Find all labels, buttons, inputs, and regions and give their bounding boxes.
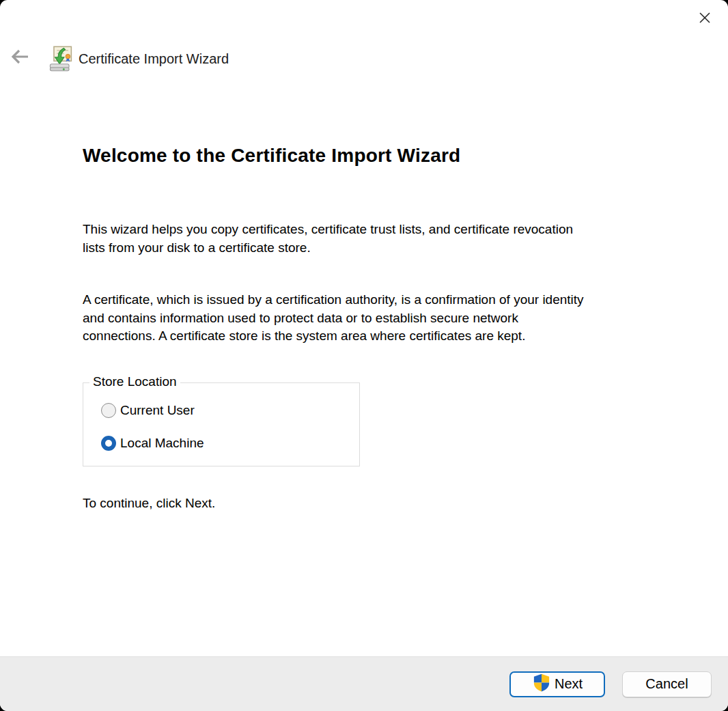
certificate-import-wizard-window: Certificate Import Wizard Welcome to the… (0, 0, 728, 711)
radio-local-machine[interactable]: Local Machine (101, 436, 204, 451)
footer-bar: Next Cancel (0, 656, 728, 711)
radio-label: Local Machine (120, 436, 204, 451)
radio-current-user[interactable]: Current User (101, 403, 195, 418)
radio-label: Current User (120, 403, 195, 418)
wizard-title: Certificate Import Wizard (79, 51, 229, 67)
wizard-header: Certificate Import Wizard (0, 43, 728, 74)
radio-icon (101, 403, 116, 418)
back-arrow-icon (9, 47, 31, 69)
radio-icon (101, 436, 116, 451)
uac-shield-icon (532, 673, 551, 695)
description-paragraph: A certificate, which is issued by a cert… (83, 291, 684, 346)
intro-paragraph: This wizard helps you copy certificates,… (83, 221, 684, 257)
close-icon (695, 8, 714, 30)
store-location-groupbox: Store Location Current User Local Machin… (83, 382, 360, 466)
continue-hint: To continue, click Next. (83, 496, 215, 511)
next-button[interactable]: Next (509, 671, 605, 697)
cancel-button[interactable]: Cancel (622, 671, 712, 697)
next-button-label: Next (555, 676, 583, 692)
page-title: Welcome to the Certificate Import Wizard (83, 145, 460, 167)
close-button[interactable] (690, 5, 720, 33)
certificate-import-icon (48, 44, 75, 73)
cancel-button-label: Cancel (645, 676, 688, 692)
back-button[interactable] (9, 48, 31, 68)
store-location-label: Store Location (89, 374, 180, 389)
